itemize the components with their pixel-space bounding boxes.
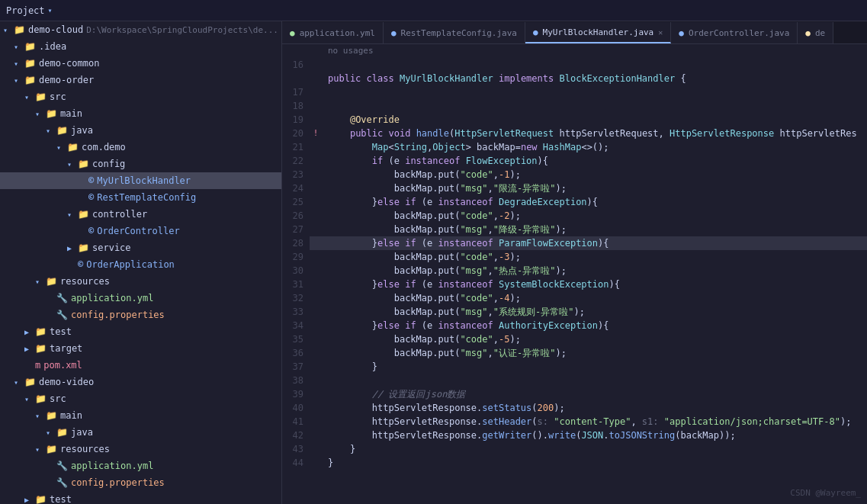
tab-close-button[interactable]: ✕ <box>658 28 663 37</box>
tree-icon: © <box>88 226 94 236</box>
sidebar-item-RestTemplateConfig[interactable]: ©RestTemplateConfig <box>0 189 281 206</box>
sidebar[interactable]: ▾📁demo-cloudD:\Workspace\SpringCloudProj… <box>0 21 282 504</box>
tree-label: config <box>92 159 125 169</box>
sidebar-item-demo-cloud[interactable]: ▾📁demo-cloudD:\Workspace\SpringCloudProj… <box>0 21 281 38</box>
code-line-16: 16 <box>282 58 867 72</box>
tree-icon: 📁 <box>46 276 57 287</box>
tree-icon: © <box>78 259 83 270</box>
tree-label: java <box>71 427 93 438</box>
code-line-43: 43 } <box>282 442 867 456</box>
line-number: 38 <box>282 374 310 387</box>
line-code: public void handle(HttpServletRequest ht… <box>322 127 867 140</box>
tree-icon: © <box>88 175 94 186</box>
line-code: httpServletResponse.getWriter().write(JS… <box>322 429 867 442</box>
line-code: } <box>322 456 867 470</box>
code-line-42: 42 httpServletResponse.getWriter().write… <box>282 429 867 442</box>
sidebar-item-service[interactable]: ▶📁service <box>0 239 281 256</box>
tree-label: resources <box>60 276 110 287</box>
tree-label: OrderController <box>97 226 179 236</box>
line-code: backMap.put("code",-4); <box>322 291 867 305</box>
line-number: 19 <box>282 113 310 127</box>
editor-wrapper: ●application.yml●RestTemplateConfig.java… <box>282 21 867 504</box>
sidebar-item-resources2[interactable]: ▾📁resources <box>0 441 281 457</box>
line-code: // 设置返回json数据 <box>322 387 867 401</box>
sidebar-item-main2[interactable]: ▾📁main <box>0 407 281 424</box>
code-line-17: 17 <box>282 85 867 99</box>
line-number: 28 <box>282 236 310 250</box>
sidebar-item-com-demo[interactable]: ▾📁com.demo <box>0 139 281 156</box>
tree-icon: 📁 <box>46 108 57 119</box>
tree-icon: 📁 <box>35 494 47 504</box>
tree-arrow: ▶ <box>67 244 76 252</box>
tree-label: src <box>50 91 66 102</box>
tree-icon: 📁 <box>56 125 68 136</box>
sidebar-item-controller[interactable]: ▾📁controller <box>0 206 281 223</box>
line-code: }else if (e instanceof AuthorityExceptio… <box>322 319 867 332</box>
project-text: Project <box>6 5 45 16</box>
tree-icon: 📁 <box>35 393 47 404</box>
sidebar-item-resources[interactable]: ▾📁resources <box>0 273 281 290</box>
line-number: 17 <box>282 85 310 99</box>
tree-arrow: ▾ <box>24 93 34 101</box>
sidebar-item-test[interactable]: ▶📁test <box>0 323 281 340</box>
tab-icon: ● <box>679 28 684 38</box>
tab-rest-template[interactable]: ●RestTemplateConfig.java <box>384 22 525 43</box>
sidebar-item-test2[interactable]: ▶📁test <box>0 491 281 504</box>
line-code: backMap.put("msg","认证-异常啦"); <box>322 346 867 360</box>
code-line-24: 24 backMap.put("msg","限流-异常啦"); <box>282 181 867 195</box>
sidebar-item-application-yml2[interactable]: 🔧application.yml <box>0 457 281 474</box>
tab-order-controller[interactable]: ●OrderController.java <box>671 22 798 43</box>
line-number: 18 <box>282 99 310 113</box>
line-number: 31 <box>282 278 310 291</box>
sidebar-item-MyUrlBlockHandler[interactable]: ©MyUrlBlockHandler <box>0 172 281 189</box>
sidebar-item-main[interactable]: ▾📁main <box>0 105 281 122</box>
sidebar-item-idea[interactable]: ▾📁.idea <box>0 38 281 55</box>
line-number: 29 <box>282 250 310 264</box>
line-indicator: ! <box>310 127 322 140</box>
sidebar-item-demo-order[interactable]: ▾📁demo-order <box>0 72 281 88</box>
line-number: 30 <box>282 264 310 278</box>
tab-label: de <box>815 28 825 38</box>
sidebar-item-target[interactable]: ▶📁target <box>0 340 281 357</box>
tree-label: demo-order <box>39 75 94 85</box>
sidebar-item-OrderController[interactable]: ©OrderController <box>0 223 281 239</box>
tree-label: service <box>92 242 131 253</box>
line-code: }else if (e instanceof SystemBlockExcept… <box>322 278 867 291</box>
tree-label: application.yml <box>71 293 153 303</box>
tab-de-tab[interactable]: ●de <box>798 22 833 43</box>
code-line-37: 37 } <box>282 360 867 374</box>
tree-arrow: ▾ <box>14 378 23 387</box>
tab-app-yml[interactable]: ●application.yml <box>282 22 384 43</box>
line-number: 34 <box>282 319 310 332</box>
sidebar-item-java[interactable]: ▾📁java <box>0 122 281 139</box>
sidebar-item-src2[interactable]: ▾📁src <box>0 390 281 407</box>
project-label[interactable]: Project ▾ <box>6 5 53 16</box>
tree-label: application.yml <box>71 461 153 471</box>
tab-label: application.yml <box>300 28 375 38</box>
tab-myurl[interactable]: ●MyUrlBlockHandler.java✕ <box>525 22 671 43</box>
sidebar-item-application-yml[interactable]: 🔧application.yml <box>0 290 281 307</box>
code-line-25: 25 }else if (e instanceof DegradeExcepti… <box>282 195 867 209</box>
tree-icon: 🔧 <box>56 477 68 488</box>
line-number: 32 <box>282 291 310 305</box>
tree-icon: 📁 <box>46 444 57 454</box>
sidebar-item-src[interactable]: ▾📁src <box>0 88 281 105</box>
tree-label: controller <box>92 209 147 220</box>
tree-label: demo-cloud <box>28 24 83 35</box>
tree-label: main <box>60 108 82 119</box>
editor-content[interactable]: no usages16public class MyUrlBlockHandle… <box>282 44 867 504</box>
sidebar-item-config-props2[interactable]: 🔧config.properties <box>0 474 281 491</box>
line-code: backMap.put("code",-3); <box>322 250 867 264</box>
sidebar-item-config[interactable]: ▾📁config <box>0 156 281 172</box>
sidebar-item-pom-xml[interactable]: mpom.xml <box>0 357 281 374</box>
sidebar-item-demo-common[interactable]: ▾📁demo-common <box>0 55 281 72</box>
sidebar-item-demo-video[interactable]: ▾📁demo-video <box>0 374 281 390</box>
tree-icon: 🔧 <box>56 293 68 303</box>
sidebar-item-OrderApplication[interactable]: ©OrderApplication <box>0 256 281 273</box>
code-line-36: 36 backMap.put("msg","认证-异常啦"); <box>282 346 867 360</box>
sidebar-item-config-props[interactable]: 🔧config.properties <box>0 307 281 323</box>
line-code: } <box>322 360 867 374</box>
sidebar-item-java2[interactable]: ▾📁java <box>0 424 281 441</box>
tree-arrow: ▾ <box>46 429 55 437</box>
tree-label: main <box>60 410 82 421</box>
